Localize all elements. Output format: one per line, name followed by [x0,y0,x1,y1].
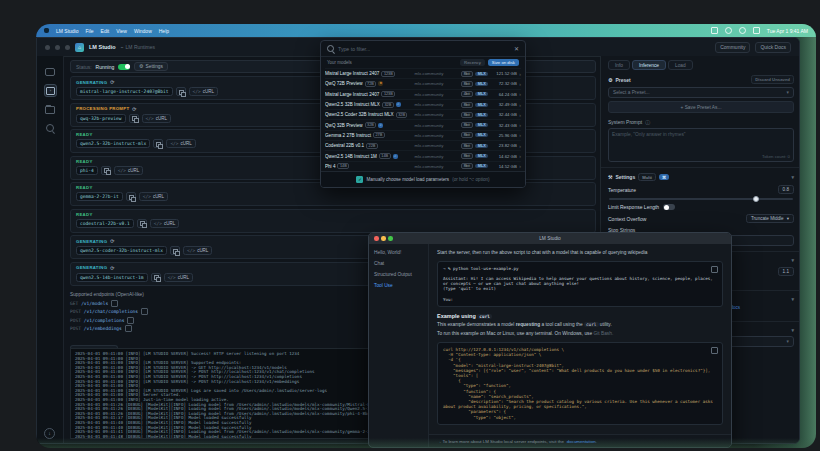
copy-model-id-button[interactable] [176,87,186,96]
copy-endpoint-button[interactable] [127,317,134,324]
manual-load-params-checkbox[interactable]: ✓ [356,176,363,183]
system-prompt-textarea[interactable]: Example, "Only answer in rhymes" Token c… [608,128,794,162]
model-identifier-pill[interactable]: gemma-2-27b-it [76,192,123,201]
model-identifier-pill[interactable]: phi-4 [76,166,98,175]
panel-tab[interactable]: Load [668,60,693,70]
copy-endpoint-button[interactable] [141,308,148,315]
copy-model-id-button[interactable] [129,114,139,123]
model-picker-row[interactable]: Qwen2.5 32B Instruct MLX 32B ⌕ mlx-commu… [325,99,521,109]
model-picker-row[interactable]: Gemma 2 27B Instruct 27B mlx-community 8… [325,130,521,140]
temperature-value[interactable]: 0.8 [778,185,794,194]
panel-tab[interactable]: Info [608,60,630,70]
model-picker-row[interactable]: Phi 4 14B mlx-community 8bit MLX 14.52 G… [325,161,521,171]
git-bash-link[interactable]: Git Bash. [594,331,614,336]
my-models-tab-icon[interactable] [44,104,55,115]
curl-example-button[interactable]: </>cURL [139,192,168,201]
lm-runtimes-button[interactable]: ⌁LM Runtimes [121,44,155,50]
server-toggle[interactable] [118,64,130,70]
limit-response-toggle[interactable] [663,204,675,210]
curl-example-button[interactable]: </>cURL [164,273,193,282]
docs-sidebar-item[interactable]: Hello, World! [374,250,423,255]
documentation-link[interactable]: documentation. [567,439,597,444]
spotlight-icon[interactable] [753,27,760,34]
copy-model-id-button[interactable] [151,273,161,282]
discover-tab-icon[interactable] [44,122,55,133]
zoom-window-button[interactable] [65,45,70,50]
model-status-label: GENERATING [76,265,107,270]
collapse-sampling-icon[interactable]: ▾ [791,257,794,263]
apple-menu-icon[interactable] [44,28,49,33]
copy-model-id-button[interactable] [126,192,136,201]
docs-content[interactable]: Start the server, then run the above scr… [429,244,731,435]
curl-example-button[interactable]: </>cURL [114,166,143,175]
publisher-label: mlx-community [414,112,457,117]
model-identifier-pill[interactable]: qwq-32b-preview [76,114,126,123]
model-picker-row[interactable]: Mistral Large Instruct 2407 123B mlx-com… [325,89,521,99]
copy-model-id-button[interactable] [170,246,180,255]
copy-endpoint-button[interactable] [111,300,118,307]
model-identifier-pill[interactable]: mistral-large-instruct-2407@8bit [76,87,173,96]
curl-example-button[interactable]: </>cURL [183,246,212,255]
params-badge: 123B [381,71,395,77]
multi-badge[interactable]: Multi [638,173,656,181]
community-button[interactable]: Community [715,42,750,53]
docs-sidebar-item[interactable]: Chat [374,261,423,266]
model-picker-row[interactable]: Qwen2.5 Coder 32B Instruct MLX 32B mlx-c… [325,109,521,119]
model-identifier-pill[interactable]: qwen2.5-32b-instruct-mlx [76,139,150,148]
docs-sidebar-item[interactable]: Structured Output [374,272,423,277]
model-identifier-pill[interactable]: qwen2.5-14b-instruct-1m [76,273,148,282]
panel-tab[interactable]: Inference [632,60,666,70]
collapse-structured-icon[interactable]: ▾ [791,296,794,302]
discard-unsaved-button[interactable]: Discard Unsaved [751,75,794,84]
server-settings-button[interactable]: ⚙Settings [134,62,168,71]
close-window-button[interactable] [45,45,50,50]
menu-bar-item[interactable]: File [86,28,94,34]
copy-model-id-button[interactable] [137,219,147,228]
model-picker-row[interactable]: Mistral Large Instruct 2407 123B mlx-com… [325,68,521,78]
model-picker-row[interactable]: Qwen2.5 14B Instruct 1M 14B ⌕ mlx-commun… [325,150,521,160]
preset-select[interactable]: Select a Preset... ▾ [608,87,794,98]
menu-bar-clock[interactable]: Tue Apr 1 9:41 AM [767,28,808,34]
preset-title: Preset [615,77,630,83]
quick-docs-button[interactable]: Quick Docs [755,42,791,53]
model-identifier-pill[interactable]: codestral-22b-v0.1 [76,219,134,228]
model-picker-row[interactable]: QwQ 32B Preview 32B ⌕ mlx-community 8bit… [325,119,521,129]
settings-mode-icon[interactable]: ⌘ [659,174,669,180]
downloads-icon[interactable]: ↓ [44,428,55,439]
minimize-window-button[interactable] [55,45,60,50]
collapse-template-icon[interactable]: ▾ [791,327,794,333]
save-preset-button[interactable]: + Save Preset As... [608,101,794,113]
menu-bar-item[interactable]: Window [134,28,152,34]
copy-model-id-button[interactable] [101,166,111,175]
curl-example-button[interactable]: </>cURL [166,139,195,148]
chat-tab-icon[interactable] [44,66,55,77]
menu-bar-item[interactable]: LM Studio [56,28,79,34]
sort-size-button[interactable]: Size on disk [488,59,519,66]
menu-bar-item[interactable]: Help [159,28,169,34]
developer-tab-icon[interactable]: › [44,84,57,97]
sort-recency-button[interactable]: Recency [460,59,485,66]
docs-sidebar-item[interactable]: Tool Use [374,283,423,288]
model-picker-row[interactable]: Codestral 22B v0.1 22B mlx-community 8bi… [325,140,521,150]
menu-bar-item[interactable]: Edit [101,28,110,34]
control-center-icon[interactable] [739,27,746,34]
repeat-penalty-value[interactable]: 1.1 [778,267,794,276]
close-icon[interactable]: ✕ [514,45,519,52]
collapse-settings-icon[interactable]: ▾ [791,174,794,180]
code-icon: </> [187,248,195,253]
context-overflow-select[interactable]: Truncate Middle▾ [746,214,794,223]
http-method: POST [70,309,81,314]
model-identifier-pill[interactable]: qwen2.5-coder-32b-instruct-mlx [76,246,167,255]
copy-code-button[interactable] [711,266,718,273]
curl-example-button[interactable]: </>cURL [142,114,171,123]
menu-bar-item[interactable]: View [116,28,127,34]
model-search-input[interactable]: Type to filter... [338,46,510,52]
copy-code-button[interactable] [711,347,718,354]
slider-knob[interactable] [753,196,759,202]
temperature-slider[interactable] [609,198,793,200]
curl-example-button[interactable]: </>cURL [150,219,179,228]
copy-endpoint-button[interactable] [125,325,132,332]
copy-model-id-button[interactable] [153,139,163,148]
curl-example-button[interactable]: </>cURL [189,87,218,96]
model-picker-row[interactable]: QwQ 72B Preview 72B ★ mlx-community 8bit… [325,78,521,88]
